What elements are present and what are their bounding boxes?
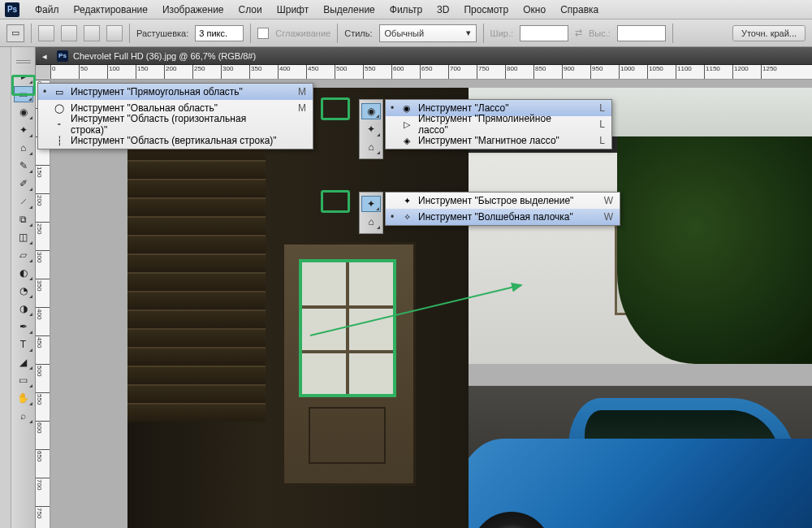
selection-new-icon[interactable] — [38, 25, 54, 41]
quick-select-icon: ✦ — [400, 194, 413, 207]
pen-tool[interactable]: ✒ — [14, 318, 33, 335]
feather-input[interactable] — [195, 25, 244, 41]
stairs — [127, 104, 266, 445]
panel-dock-left — [0, 47, 11, 528]
height-label: Выс.: — [589, 28, 611, 38]
col-marquee-icon: ┆ — [53, 134, 66, 147]
history-brush-tool[interactable]: ◫ — [14, 229, 33, 245]
width-label: Шир.: — [490, 28, 513, 38]
menu-image[interactable]: Изображение — [155, 4, 231, 15]
height-input — [617, 25, 666, 41]
menu-select[interactable]: Выделение — [316, 4, 382, 15]
marquee-rect-tool-item[interactable]: •▭Инструмент "Прямоугольная область"M — [38, 84, 313, 100]
antialias-checkbox[interactable] — [257, 28, 269, 39]
crop-tool[interactable]: ⌂ — [14, 140, 33, 156]
marquee-tool-preset-icon[interactable]: ▭ — [6, 24, 24, 42]
menu-type[interactable]: Шрифт — [270, 4, 316, 15]
gradient-tool[interactable]: ◐ — [14, 265, 33, 281]
blur-tool[interactable]: ◔ — [14, 283, 33, 299]
magnetic-lasso-icon: ◈ — [400, 134, 413, 147]
svg-line-0 — [310, 285, 521, 335]
marquee-row-tool-item[interactable]: ⁃Инструмент "Область (горизонтальная стр… — [38, 116, 313, 132]
magic-wand-tool-item[interactable]: •✧Инструмент "Волшебная палочка"W — [386, 209, 620, 225]
marquee-col-tool-item[interactable]: ┆Инструмент "Область (вертикальная строк… — [38, 132, 313, 149]
menu-layers[interactable]: Слои — [231, 4, 270, 15]
poly-lasso-icon: ▷ — [400, 118, 413, 131]
selection-add-icon[interactable] — [61, 25, 77, 41]
stamp-tool[interactable]: ⧉ — [14, 211, 33, 227]
car — [422, 390, 812, 528]
refine-edge-button[interactable]: Уточн. край... — [732, 25, 806, 41]
ps-doc-icon: Ps — [57, 50, 68, 62]
document-title: Chevrolet Full HD (36).jpg @ 66,7% (RGB/… — [73, 51, 256, 61]
hand-tool[interactable]: ✋ — [14, 390, 33, 406]
poly-lasso-tool-item[interactable]: ▷Инструмент "Прямолинейное лассо"L — [386, 116, 611, 132]
menu-filter[interactable]: Фильтр — [382, 4, 430, 15]
menu-help[interactable]: Справка — [553, 4, 606, 15]
crop-tool-float2[interactable]: ⌂ — [361, 214, 381, 230]
ruler-horizontal[interactable]: 0501001502002503003504004505005506006507… — [50, 65, 812, 80]
width-input — [520, 25, 568, 41]
type-tool[interactable]: T — [14, 336, 33, 353]
menu-edit[interactable]: Редактирование — [67, 4, 155, 15]
move-tool[interactable]: ▸ — [14, 68, 33, 84]
ellipse-marquee-icon: ◯ — [53, 102, 66, 115]
eyedropper-tool[interactable]: ✎ — [14, 158, 33, 174]
selection-subtract-icon[interactable] — [84, 25, 100, 41]
lasso-tool-float[interactable]: ◉ — [361, 103, 381, 119]
wand-tool[interactable]: ✦ — [14, 122, 33, 138]
brush-tool[interactable]: ⟋ — [14, 193, 33, 210]
workspace: ▸ ▭ ◉ ✦ ⌂ ✎ ✐ ⟋ ⧉ ◫ ▱ ◐ ◔ ◑ ✒ T ◢ ▭ ✋ ⌕ … — [0, 47, 812, 528]
lasso-floating-toolbar: ◉ ✦ ⌂ — [359, 99, 383, 159]
quick-select-tool-item[interactable]: ✦Инструмент "Быстрое выделение"W — [386, 193, 620, 209]
swap-wh-icon: ⇄ — [575, 28, 582, 38]
style-label: Стиль: — [344, 28, 372, 38]
style-select[interactable]: Обычный▾ — [379, 24, 477, 42]
menu-view[interactable]: Просмотр — [456, 4, 516, 15]
wand-tool-float[interactable]: ✦ — [361, 121, 381, 137]
tools-panel: ▸ ▭ ◉ ✦ ⌂ ✎ ✐ ⟋ ⧉ ◫ ▱ ◐ ◔ ◑ ✒ T ◢ ▭ ✋ ⌕ — [11, 47, 36, 528]
dodge-tool[interactable]: ◑ — [14, 301, 33, 317]
antialias-label: Сглаживание — [275, 28, 330, 38]
eraser-tool[interactable]: ▱ — [14, 247, 33, 263]
rect-marquee-icon: ▭ — [53, 85, 66, 98]
selection-intersect-icon[interactable] — [106, 25, 123, 41]
lasso-tool[interactable]: ◉ — [14, 104, 33, 120]
magic-wand-icon: ✧ — [400, 210, 413, 223]
magnetic-lasso-tool-item[interactable]: ◈Инструмент "Магнитное лассо"L — [386, 132, 611, 149]
tab-grip-icon: ◂ — [42, 51, 52, 61]
menu-file[interactable]: Файл — [28, 4, 67, 15]
menu-3d[interactable]: 3D — [430, 4, 456, 15]
panel-grip-icon[interactable] — [16, 60, 31, 63]
healing-tool[interactable]: ✐ — [14, 175, 33, 192]
menu-bar: Ps Файл Редактирование Изображение Слои … — [0, 0, 812, 19]
marquee-tool[interactable]: ▭ — [14, 86, 33, 102]
canvas-area: ◂ Ps Chevrolet Full HD (36).jpg @ 66,7% … — [36, 47, 812, 528]
app-logo: Ps — [5, 2, 19, 17]
marquee-flyout: •▭Инструмент "Прямоугольная область"M ◯И… — [37, 83, 313, 149]
wand-tool-float2[interactable]: ✦ — [361, 196, 381, 212]
shape-tool[interactable]: ▭ — [14, 372, 33, 388]
lasso-icon: ◉ — [400, 102, 413, 115]
menu-window[interactable]: Окно — [516, 4, 553, 15]
crop-tool-float[interactable]: ⌂ — [361, 139, 381, 155]
annotation-arrow — [310, 279, 538, 347]
wand-floating-toolbar: ✦ ⌂ — [359, 192, 383, 234]
chevron-down-icon: ▾ — [466, 28, 471, 38]
row-marquee-icon: ⁃ — [53, 118, 66, 131]
wand-flyout: ✦Инструмент "Быстрое выделение"W •✧Инстр… — [385, 192, 620, 226]
zoom-tool[interactable]: ⌕ — [14, 408, 33, 424]
lasso-flyout: •◉Инструмент "Лассо"L ▷Инструмент "Прямо… — [385, 99, 612, 149]
feather-label: Растушевка: — [136, 28, 188, 38]
options-bar: ▭ Растушевка: Сглаживание Стиль: Обычный… — [0, 19, 812, 47]
path-tool[interactable]: ◢ — [14, 354, 33, 370]
document-tab[interactable]: ◂ Ps Chevrolet Full HD (36).jpg @ 66,7% … — [36, 47, 812, 65]
